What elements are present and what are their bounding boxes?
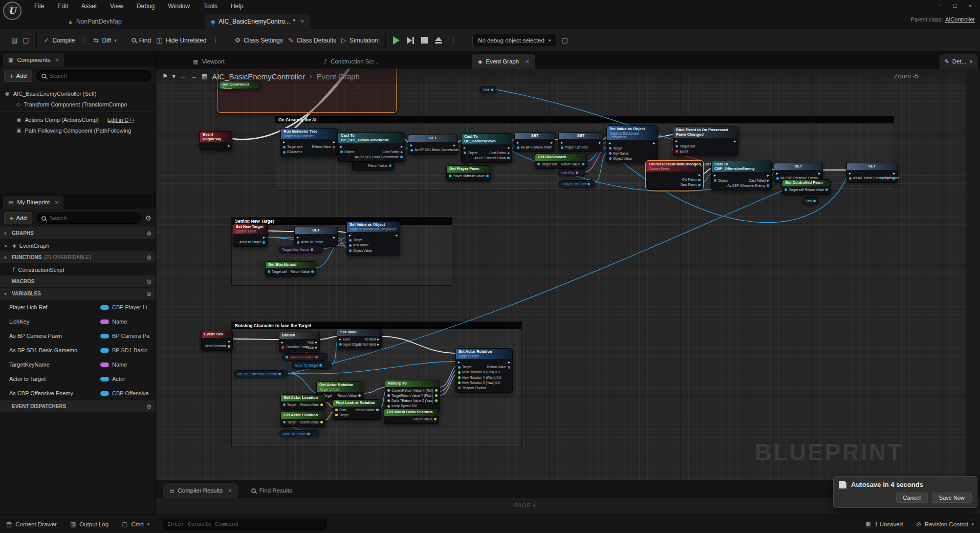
node-get-player-pawn[interactable]: Get Player PawnPlayer Index 0Return Valu… [446,165,491,181]
close-icon[interactable]: × [969,58,973,65]
class-defaults-button[interactable]: ✎Class Defaults [288,36,336,44]
menu-debug[interactable]: Debug [131,1,160,11]
variable-player-lich-ref[interactable]: Player Lich RefCBP Player Li~ [0,300,156,314]
close-icon[interactable]: × [300,18,304,25]
menu-file[interactable]: File [29,1,50,11]
hide-unrelated-button[interactable]: ◫Hide Unrelated [156,36,206,44]
class-settings-button[interactable]: ⚙Class Settings [234,36,282,44]
menu-edit[interactable]: Edit [52,1,74,11]
add-icon[interactable]: ⊕ [146,230,151,237]
variable-lichkey[interactable]: LichKeyName~ [0,314,156,329]
node-actor-to-target-pill-2[interactable]: Actor To Target [279,430,319,437]
frame-skip-button[interactable] [407,37,414,44]
menu-help[interactable]: Help [225,1,249,11]
find-button[interactable]: Find [132,37,151,44]
variable-as-bp-sd1-basic-gamemo[interactable]: As BP SD1 Basic GamemoBP SD1 Basic~ [0,343,156,357]
node-set-player-lich-ref[interactable]: SET▸Player Lich Ref▸ [558,132,603,152]
tab-blueprint-asset[interactable]: ◉ AIC_BasicEnemyContro... * × [205,14,311,29]
stop-button[interactable] [421,37,428,44]
compile-options-icon[interactable]: ⋮ [80,37,89,44]
node-get-actor-location-2[interactable]: Get Actor LocationTargetReturn Value [280,412,325,427]
component-item-path-following-component-pathfollowing[interactable]: ▣Path Following Component (PathFollowing [0,125,156,136]
section-event-dispatchers[interactable]: EVENT DISPATCHERS⊕ [0,400,156,412]
add-icon[interactable]: ⊕ [146,290,151,297]
gear-icon[interactable]: ⚙ [145,214,151,222]
revision-control-button[interactable]: ⊘ Revision Control▾ [916,521,974,528]
debug-browse-icon[interactable]: ▢ [561,36,568,44]
node-set-actor-to-target[interactable]: SET▸Actor To Target▸ [294,227,338,247]
menu-view[interactable]: View [104,1,129,11]
my-blueprint-search[interactable] [36,212,141,224]
node-is-valid[interactable]: ? Is Valid▸ExecInput ObjectIs Valid▸Is N… [337,329,382,349]
unsaved-indicator[interactable]: ▣ 1 Unsaved [865,521,903,528]
node-actor-to-target-pill-1[interactable]: Actor To Target [292,361,332,369]
page-dropdown[interactable]: PAGE ▾ [514,502,536,508]
event-graph-canvas[interactable]: BLUEPRINT ⚑ ▾ ← → ▦ AIC_BasicEnemyContro… [156,69,980,480]
graph-tab-construction-scr[interactable]: ƒConstruction Scr... [318,54,385,69]
breadcrumb-title[interactable]: AIC_BasicEnemyController [212,72,305,81]
forward-arrow-icon[interactable]: → [191,73,197,80]
graph-tab-viewport[interactable]: ▦Viewport [187,54,231,69]
save-icon[interactable]: ▤ [11,36,17,44]
node-cast-to-cbp-offensiveenemy[interactable]: Cast To CBP_OffensiveEnemy▸Object▸Cast F… [711,161,772,190]
add-blueprint-item-button[interactable]: +Add [4,212,32,224]
section-variables[interactable]: ▾VARIABLES⊕ [0,288,156,300]
debug-object-dropdown[interactable]: No debug object selected▾ [472,34,556,47]
node-target-key-name-pill[interactable]: Target Key Name [279,246,323,253]
menu-tools[interactable]: Tools [198,1,223,11]
save-now-button[interactable]: Save Now [932,493,972,503]
content-drawer-button[interactable]: ▤ Content Drawer [6,521,57,528]
add-icon[interactable]: ⊕ [146,278,151,285]
node-rinterp-to[interactable]: RInterp ToCurrentTargetDelta TimeInterp … [385,380,440,411]
node-cast-to-bp-sd1-basicgamemode[interactable]: Cast To BP_SD1_BasicGamemode▸Object▸Cast… [338,132,405,162]
section-functions[interactable]: ▾FUNCTIONS(21 OVERRIDABLE)⊕ [0,251,156,263]
node-as-cbp-offensive-enemy-pill[interactable]: As CBP Offensive Enemy [234,370,288,377]
cmd-dropdown[interactable]: ▢ Cmd▾ [122,521,149,528]
node-lich-key-pill[interactable]: Lich Key [558,169,585,176]
back-arrow-icon[interactable]: ← [180,73,186,80]
components-search[interactable] [36,70,151,81]
node-event-begin-play[interactable]: Event BeginPlay▸ [200,131,232,151]
node-set-value-as-object-2[interactable]: Set Value as ObjectTarget is Blackboard … [346,221,400,255]
node-should-rotate-pill[interactable]: Should Rotate? [282,353,328,360]
node-find-look-at-rotation[interactable]: Find Look at RotationStartTargetReturn V… [333,399,381,420]
browse-icon[interactable]: ▢ [23,36,29,44]
node-self-pill-2[interactable]: Self [802,197,819,204]
simulation-button[interactable]: ▷Simulation [341,36,378,44]
components-tab[interactable]: ▣ Components × [3,53,64,67]
play-button[interactable] [393,36,400,45]
variable-targetkeyname[interactable]: TargetKeyNameName~ [0,357,156,372]
graph-tab-event-graph[interactable]: ◈Event Graph× [472,54,535,69]
node-get-blackboard-2[interactable]: Get BlackboardTarget selfReturn Value [265,261,316,276]
tab-level[interactable]: ▲ NonPartDevMap [61,14,128,29]
variable-as-bp-camera-pawn[interactable]: As BP Camera PawnBP Camera Pa~ [0,329,156,343]
output-log-button[interactable]: ▥ Output Log [70,521,108,528]
console-command-input[interactable] [163,519,326,530]
play-options-icon[interactable]: ⋮ [449,37,458,44]
node-run-behavior-tree[interactable]: Run Behavior TreeTarget is AIController▸… [280,128,338,157]
eject-button[interactable] [435,37,442,44]
node-get-world-delta-seconds[interactable]: Get World Delta SecondsReturn Value [384,409,439,424]
node-cast-to-bp-camerapawn[interactable]: Cast To BP_CameraPawn▸Object▸Cast Failed… [461,133,512,163]
variable-as-cbp-offensive-enemy[interactable]: As CBP Offensive EnemyCBP Offensive~ [0,386,156,400]
node-set-actor-rotation[interactable]: Set Actor RotationTarget is Actor▸Target… [455,348,513,393]
menu-window[interactable]: Window [162,1,195,11]
item-eventgraph[interactable]: ▸◈EventGraph [0,240,156,251]
node-player-lich-ref-pill[interactable]: Player Lich Ref [559,180,595,187]
node-set-as-bp-sd1-basic-gamemode[interactable]: SET▸As BP SD1 Basic Gamemode▸ [408,135,458,155]
edit-in-cpp-link[interactable]: Edit in C++ [107,117,135,123]
component-item-actions-comp-actionscomp[interactable]: ▣Actions Comp (ActionsComp)Edit in C++ [0,114,156,125]
node-bind-event-to-on-possessed-pawn-changed[interactable]: Bind Event to On Possessed Pawn Changed▸… [673,126,738,156]
node-self-pill[interactable]: Self [480,86,496,93]
chevron-down-icon[interactable]: ▾ [172,73,176,80]
diff-button[interactable]: ⇆Diff▾ [94,36,117,44]
section-graphs[interactable]: ▾GRAPHS⊕ [0,227,156,239]
my-blueprint-tab[interactable]: ▤ My Blueprint × [3,196,63,209]
minimize-button[interactable]: ─ [933,0,946,11]
bookmark-icon[interactable]: ⚑ [162,73,168,80]
item-constructionscript[interactable]: ƒConstructionScript [0,264,156,275]
component-item-aic-basicenemycontroller-self[interactable]: ◉AIC_BasicEnemyController (Self) [0,88,156,99]
node-set-value-as-object-1[interactable]: Set Value as ObjectTarget is Blackboard … [606,125,658,163]
node-get-blackboard-1[interactable]: Get BlackboardTarget selfReturn Value [535,154,587,169]
hide-unrelated-options-icon[interactable]: ⋮ [211,37,220,44]
